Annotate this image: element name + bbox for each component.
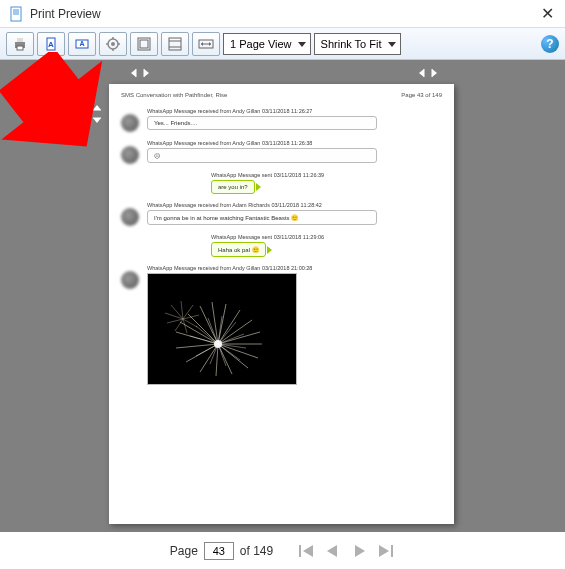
message-received: WhatsApp Message received from Adam Rich… bbox=[121, 202, 442, 226]
first-page-button[interactable] bbox=[297, 543, 317, 559]
full-width-button[interactable] bbox=[192, 32, 220, 56]
svg-marker-36 bbox=[93, 118, 101, 123]
sent-arrow-icon bbox=[267, 246, 272, 254]
message-sent: WhatsApp Message sent 03/11/2018 11:29:0… bbox=[211, 234, 442, 257]
next-page-button[interactable] bbox=[349, 543, 369, 559]
titlebar: Print Preview ✕ bbox=[0, 0, 565, 28]
margins-button[interactable] bbox=[130, 32, 158, 56]
message-image bbox=[147, 273, 297, 385]
svg-rect-38 bbox=[148, 274, 297, 385]
svg-rect-5 bbox=[17, 38, 23, 42]
svg-rect-18 bbox=[140, 40, 148, 48]
pager: Page of 149 bbox=[0, 532, 565, 569]
document-icon bbox=[8, 6, 24, 22]
toolbar: A A 1 Page View Shrink To Fit ? bbox=[0, 28, 565, 60]
close-button[interactable]: ✕ bbox=[537, 4, 557, 23]
portrait-button[interactable]: A bbox=[37, 32, 65, 56]
margin-handle-top-left[interactable] bbox=[130, 66, 150, 80]
settings-button[interactable] bbox=[99, 32, 127, 56]
page-number-input[interactable] bbox=[204, 542, 234, 560]
pager-label-of: of 149 bbox=[240, 544, 273, 558]
message-bubble: ☹ bbox=[147, 148, 377, 163]
svg-point-67 bbox=[214, 340, 222, 348]
message-bubble: Yes... Friends.... bbox=[147, 116, 377, 130]
svg-text:A: A bbox=[79, 40, 84, 47]
window-title: Print Preview bbox=[30, 7, 537, 21]
svg-rect-82 bbox=[391, 545, 393, 557]
svg-rect-19 bbox=[169, 38, 181, 50]
message-bubble: I'm gonna be in at home watching Fantast… bbox=[147, 210, 377, 225]
message-meta: WhatsApp Message sent 03/11/2018 11:26:3… bbox=[211, 172, 442, 178]
message-received: WhatsApp Message received from Andy Gill… bbox=[121, 140, 442, 164]
sent-arrow-icon bbox=[256, 183, 261, 191]
message-received: WhatsApp Message received from Andy Gill… bbox=[121, 265, 442, 385]
svg-marker-81 bbox=[379, 545, 389, 557]
page-view-label: 1 Page View bbox=[230, 38, 292, 50]
header-footer-button[interactable] bbox=[161, 32, 189, 56]
avatar bbox=[121, 208, 139, 226]
svg-marker-24 bbox=[201, 42, 203, 46]
message-received: WhatsApp Message received from Andy Gill… bbox=[121, 108, 442, 132]
avatar bbox=[121, 146, 139, 164]
svg-marker-79 bbox=[327, 545, 337, 557]
page-preview: SMS Conversation with Pathfinder, Rise P… bbox=[109, 84, 454, 524]
margin-handle-left-top[interactable] bbox=[90, 104, 104, 124]
svg-marker-78 bbox=[303, 545, 313, 557]
doc-header-right: Page 43 of 149 bbox=[401, 92, 442, 98]
svg-marker-28 bbox=[144, 69, 149, 77]
message-meta: WhatsApp Message received from Andy Gill… bbox=[147, 108, 442, 114]
message-bubble: are you in? bbox=[211, 180, 255, 194]
svg-point-12 bbox=[111, 42, 115, 46]
svg-marker-30 bbox=[419, 69, 424, 77]
message-meta: WhatsApp Message received from Adam Rich… bbox=[147, 202, 442, 208]
last-page-button[interactable] bbox=[375, 543, 395, 559]
avatar bbox=[121, 271, 139, 289]
svg-text:A: A bbox=[48, 40, 54, 49]
preview-viewport: SMS Conversation with Pathfinder, Rise P… bbox=[0, 60, 565, 532]
page-view-select[interactable]: 1 Page View bbox=[223, 33, 311, 55]
avatar bbox=[121, 114, 139, 132]
message-bubble: Haha ok pal 🙂 bbox=[211, 242, 266, 257]
message-sent: WhatsApp Message sent 03/11/2018 11:26:3… bbox=[211, 172, 442, 194]
message-meta: WhatsApp Message sent 03/11/2018 11:29:0… bbox=[211, 234, 442, 240]
pager-label-page: Page bbox=[170, 544, 198, 558]
svg-marker-80 bbox=[355, 545, 365, 557]
svg-marker-32 bbox=[432, 69, 437, 77]
svg-rect-6 bbox=[17, 46, 23, 50]
svg-rect-77 bbox=[299, 545, 301, 557]
svg-marker-26 bbox=[131, 69, 136, 77]
print-button[interactable] bbox=[6, 32, 34, 56]
zoom-label: Shrink To Fit bbox=[321, 38, 382, 50]
message-meta: WhatsApp Message received from Andy Gill… bbox=[147, 265, 442, 271]
help-button[interactable]: ? bbox=[541, 35, 559, 53]
doc-header-left: SMS Conversation with Pathfinder, Rise bbox=[121, 92, 227, 98]
landscape-button[interactable]: A bbox=[68, 32, 96, 56]
zoom-select[interactable]: Shrink To Fit bbox=[314, 33, 401, 55]
margin-handle-top-right[interactable] bbox=[418, 66, 438, 80]
prev-page-button[interactable] bbox=[323, 543, 343, 559]
svg-marker-25 bbox=[209, 42, 211, 46]
message-meta: WhatsApp Message received from Andy Gill… bbox=[147, 140, 442, 146]
svg-marker-34 bbox=[93, 105, 101, 110]
